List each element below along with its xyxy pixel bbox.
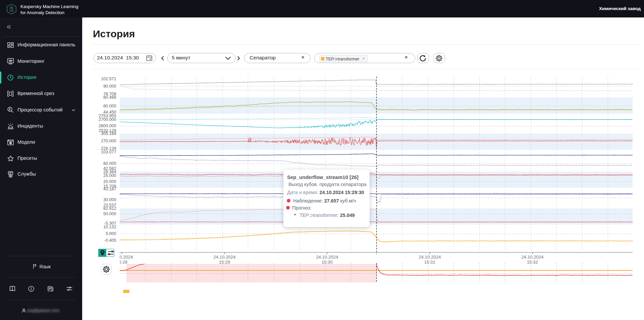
svg-text:60.000: 60.000 <box>103 104 116 108</box>
svg-text:103.077: 103.077 <box>101 150 116 154</box>
svg-text:24.10.2024: 24.10.2024 <box>316 255 338 260</box>
svg-text:24.10.2024: 24.10.2024 <box>521 255 543 260</box>
svg-text:60.000: 60.000 <box>103 161 116 166</box>
svg-text:15:28: 15:28 <box>116 260 127 265</box>
svg-text:82.912: 82.912 <box>103 206 116 211</box>
svg-text:30.000: 30.000 <box>103 197 116 202</box>
svg-text:25.000: 25.000 <box>103 173 116 178</box>
svg-text:43.187: 43.187 <box>103 187 116 191</box>
svg-text:80.468: 80.468 <box>103 95 116 100</box>
svg-text:15:32: 15:32 <box>527 260 538 265</box>
svg-text:90.000: 90.000 <box>103 84 116 89</box>
svg-text:305.164: 305.164 <box>101 131 116 136</box>
svg-text:10.132: 10.132 <box>103 225 116 229</box>
svg-text:270.000: 270.000 <box>101 139 116 143</box>
svg-text:15:31: 15:31 <box>424 260 435 265</box>
svg-text:-0.405: -0.405 <box>104 238 116 243</box>
svg-text:24.10.2024: 24.10.2024 <box>213 255 235 260</box>
svg-text:50.000: 50.000 <box>103 212 116 216</box>
svg-text:20.000: 20.000 <box>103 179 116 184</box>
svg-text:24.10.2024: 24.10.2024 <box>419 255 441 260</box>
svg-text:15:30: 15:30 <box>322 260 333 265</box>
svg-text:2600.000: 2600.000 <box>99 124 116 128</box>
svg-text:2700.000: 2700.000 <box>99 117 116 122</box>
svg-text:5.000: 5.000 <box>106 231 116 236</box>
svg-text:102.571: 102.571 <box>101 77 116 81</box>
svg-text:15:29: 15:29 <box>219 260 230 265</box>
